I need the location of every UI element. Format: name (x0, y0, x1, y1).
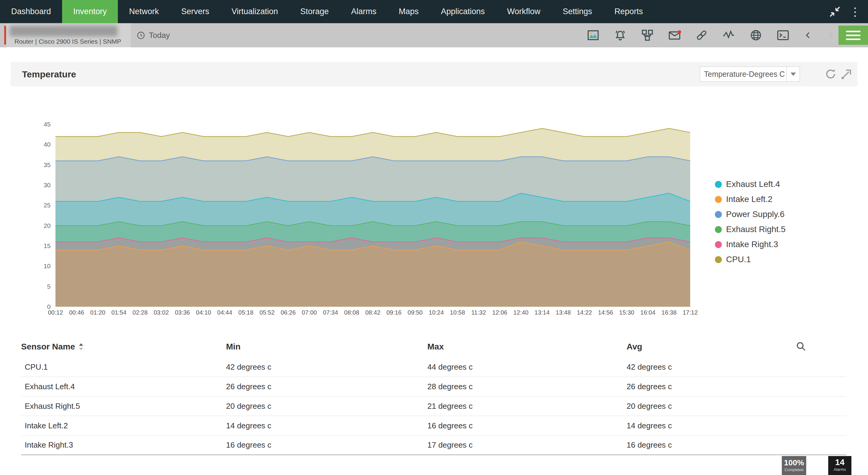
status-accent-bar (4, 26, 6, 44)
progress-value: 100% (782, 458, 806, 468)
svg-text:14:56: 14:56 (598, 309, 613, 316)
svg-text:35: 35 (44, 161, 51, 168)
legend-item-exhaust-left-4[interactable]: Exhaust Left.4 (715, 177, 786, 192)
progress-badge: 100% Completed (782, 456, 806, 475)
cell-name: Intake Right.3 (21, 440, 226, 450)
svg-text:15:30: 15:30 (619, 309, 634, 316)
globe-icon[interactable] (749, 29, 763, 42)
header-max-label: Max (427, 342, 444, 351)
alarm-bell-icon[interactable] (614, 29, 627, 42)
table-row: Intake Left.214 degrees c16 degrees c14 … (21, 416, 846, 436)
nav-item-maps[interactable]: Maps (388, 0, 430, 23)
svg-text:06:26: 06:26 (281, 309, 296, 316)
svg-text:04:44: 04:44 (217, 309, 232, 316)
time-filter[interactable]: Today (136, 23, 170, 47)
alarm-count: 14 (828, 457, 851, 467)
svg-text:09:16: 09:16 (386, 309, 401, 316)
chevron-right-icon[interactable] (827, 29, 835, 42)
svg-text:16:38: 16:38 (661, 309, 677, 316)
nav-item-inventory[interactable]: Inventory (62, 0, 118, 23)
svg-text:05:52: 05:52 (259, 309, 275, 316)
svg-text:03:36: 03:36 (175, 309, 190, 316)
svg-text:11:32: 11:32 (471, 309, 486, 316)
nav-item-virtualization[interactable]: Virtualization (220, 0, 289, 23)
table-header: Sensor Name Min Max Avg (21, 336, 846, 357)
svg-text:25: 25 (44, 202, 51, 209)
nav-item-servers[interactable]: Servers (170, 0, 220, 23)
export-icon[interactable] (840, 67, 853, 81)
nav-item-storage[interactable]: Storage (289, 0, 340, 23)
sort-icon[interactable] (78, 342, 84, 351)
nav-item-network[interactable]: Network (118, 0, 170, 23)
search-icon[interactable] (795, 340, 807, 352)
chevron-left-icon[interactable] (804, 29, 812, 42)
svg-text:15: 15 (44, 242, 51, 249)
cell-avg: 26 degrees c (627, 382, 846, 391)
cell-min: 42 degrees c (226, 363, 427, 372)
progress-label: Completed (782, 468, 806, 472)
svg-text:12:40: 12:40 (513, 309, 528, 316)
widget-header: Temperature Temperature-Degrees C (10, 62, 858, 87)
svg-text:12:06: 12:06 (492, 309, 507, 316)
nav-item-alarms[interactable]: Alarms (340, 0, 388, 23)
top-nav-right: ⋮ (828, 0, 868, 23)
device-bar: Router | Cisco 2900 IS Series | SNMP Tod… (0, 23, 868, 47)
sparkline-icon[interactable] (722, 29, 735, 42)
header-min[interactable]: Min (226, 342, 427, 351)
nav-item-settings[interactable]: Settings (552, 0, 603, 23)
cell-max: 21 degrees c (427, 402, 627, 411)
table-row: Intake Right.316 degrees c17 degrees c16… (21, 436, 846, 455)
mail-icon[interactable] (668, 29, 681, 42)
svg-text:04:10: 04:10 (196, 309, 211, 316)
legend-label: Power Supply.6 (726, 209, 784, 219)
legend-dot (715, 226, 722, 233)
legend-item-exhaust-right-5[interactable]: Exhaust Right.5 (715, 222, 786, 237)
alarm-count-badge[interactable]: 14 Alarms (828, 456, 851, 475)
link-icon[interactable] (695, 29, 708, 42)
kebab-menu-icon[interactable]: ⋮ (849, 6, 861, 18)
nav-item-applications[interactable]: Applications (430, 0, 496, 23)
terminal-icon[interactable] (776, 29, 789, 42)
collapse-icon[interactable] (828, 5, 841, 19)
table-row: Exhaust Right.520 degrees c21 degrees c2… (21, 397, 846, 416)
clock-icon (136, 31, 146, 40)
header-avg-label: Avg (627, 342, 642, 351)
discovery-boxes-icon[interactable] (641, 29, 654, 42)
svg-text:30: 30 (44, 181, 51, 189)
legend-dot (715, 196, 722, 203)
refresh-button[interactable] (824, 67, 837, 81)
chart-image-icon[interactable] (587, 29, 600, 42)
legend-dot (715, 241, 722, 248)
cell-min: 26 degrees c (226, 382, 427, 391)
header-avg[interactable]: Avg (627, 342, 846, 351)
table-row: CPU.142 degrees c44 degrees c42 degrees … (21, 357, 846, 377)
legend-label: Intake Right.3 (726, 240, 778, 249)
top-nav: DashboardInventoryNetworkServersVirtuali… (0, 0, 868, 23)
svg-text:40: 40 (44, 141, 51, 148)
nav-item-workflow[interactable]: Workflow (496, 0, 552, 23)
legend-label: Intake Left.2 (726, 195, 772, 204)
cell-name: Exhaust Right.5 (21, 402, 226, 411)
cell-avg: 16 degrees c (627, 440, 846, 450)
legend-item-cpu-1[interactable]: CPU.1 (715, 252, 786, 267)
svg-text:08:42: 08:42 (365, 309, 380, 316)
legend-dot (715, 211, 722, 218)
header-sensor-name[interactable]: Sensor Name (21, 342, 226, 351)
header-sensor-name-label: Sensor Name (21, 342, 75, 351)
svg-text:02:28: 02:28 (133, 309, 148, 316)
device-tab[interactable]: Router | Cisco 2900 IS Series | SNMP (7, 23, 131, 47)
chevron-down-icon[interactable] (786, 67, 800, 81)
svg-text:09:50: 09:50 (407, 309, 423, 316)
chart-legend: Exhaust Left.4Intake Left.2Power Supply.… (715, 177, 786, 267)
nav-item-dashboard[interactable]: Dashboard (0, 0, 62, 23)
legend-item-power-supply-6[interactable]: Power Supply.6 (715, 207, 786, 222)
cell-min: 16 degrees c (226, 440, 427, 450)
header-max[interactable]: Max (427, 342, 627, 351)
nav-item-reports[interactable]: Reports (603, 0, 654, 23)
device-type-label: Router | Cisco 2900 IS Series | SNMP (14, 38, 121, 45)
legend-item-intake-right-3[interactable]: Intake Right.3 (715, 237, 786, 252)
metric-dropdown[interactable]: Temperature-Degrees C (700, 67, 800, 81)
svg-text:5: 5 (47, 283, 51, 290)
menu-icon[interactable] (838, 26, 868, 45)
legend-item-intake-left-2[interactable]: Intake Left.2 (715, 192, 786, 207)
